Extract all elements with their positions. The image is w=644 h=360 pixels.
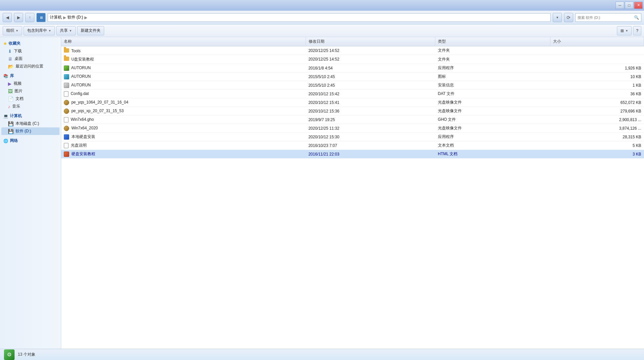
search-input[interactable]	[578, 16, 633, 20]
search-box[interactable]: 🔍	[575, 13, 641, 22]
close-button[interactable]: ✕	[634, 2, 643, 9]
file-name: 本地硬盘安装	[61, 133, 306, 141]
sidebar-item-downloads[interactable]: ⬇ 下载	[1, 47, 60, 55]
file-date: 2020/10/12 15:42	[306, 90, 435, 98]
favorites-header[interactable]: ★ 收藏夹	[1, 40, 60, 47]
computer-header[interactable]: 💻 计算机	[1, 112, 60, 120]
sidebar-item-video[interactable]: ▶ 视频	[1, 80, 60, 87]
sidebar-item-document[interactable]: 📄 文档	[1, 95, 60, 103]
column-header-type[interactable]: 类型	[435, 37, 550, 46]
table-row[interactable]: Tools 2020/12/25 14:52 文件夹	[61, 46, 644, 55]
view-arrow-icon: ▼	[625, 29, 628, 32]
share-label: 共享	[60, 28, 68, 33]
network-section: 🌐 网络	[1, 137, 60, 145]
file-name: AUTORUN	[61, 64, 306, 72]
file-name: pe_yqs_1064_20_07_31_16_04	[61, 98, 306, 107]
column-header-size[interactable]: 大小	[550, 37, 644, 46]
file-size: 36 KB	[550, 90, 644, 98]
back-button[interactable]: ◀	[3, 13, 12, 22]
include-in-lib-button[interactable]: 包含到库中 ▼	[23, 26, 55, 35]
file-date: 2020/10/12 15:41	[306, 98, 435, 107]
file-size: 10 KB	[550, 72, 644, 81]
sidebar-item-image[interactable]: 🖼 图片	[1, 87, 60, 95]
include-lib-arrow-icon: ▼	[48, 29, 51, 32]
file-size: 5 KB	[550, 141, 644, 150]
file-type: GHO 文件	[435, 115, 550, 124]
file-date: 2016/1/8 4:54	[306, 64, 435, 72]
table-row[interactable]: pe_yqs_1064_20_07_31_16_04 2020/10/12 15…	[61, 98, 644, 107]
sidebar-item-drive-d[interactable]: 💾 软件 (D:)	[1, 127, 60, 135]
file-size: 3 KB	[550, 150, 644, 158]
new-folder-button[interactable]: 新建文件夹	[77, 26, 104, 35]
table-row[interactable]: AUTORUN 2015/5/10 2:45 图标 10 KB	[61, 72, 644, 81]
column-header-date[interactable]: 修改日期	[306, 37, 435, 46]
file-area[interactable]: 名称 修改日期 类型 大小 Tools 2020/12/25 14:52 文件夹…	[61, 37, 644, 349]
table-row[interactable]: U盘安装教程 2020/12/25 14:52 文件夹	[61, 55, 644, 64]
maximize-button[interactable]: □	[625, 2, 633, 9]
doc-icon: 📄	[8, 96, 14, 102]
video-icon: ▶	[8, 81, 12, 86]
file-date: 2016/11/21 22:03	[306, 150, 435, 158]
sidebar: ★ 收藏夹 ⬇ 下载 🖥 桌面 📂 最近访问的位置 📚 库 ▶	[0, 37, 61, 349]
path-part-2: 软件 (D:)	[67, 15, 83, 20]
table-row[interactable]: pe_yqs_xp_20_07_31_15_53 2020/10/12 15:3…	[61, 107, 644, 115]
table-row[interactable]: 本地硬盘安装 2020/10/12 15:30 应用程序 28,315 KB	[61, 133, 644, 141]
dropdown-button[interactable]: ▼	[553, 13, 562, 22]
table-row[interactable]: 光盘说明 2016/10/23 7:07 文本文档 5 KB	[61, 141, 644, 150]
favorites-section: ★ 收藏夹 ⬇ 下载 🖥 桌面 📂 最近访问的位置	[1, 40, 60, 70]
forward-button[interactable]: ▶	[14, 13, 23, 22]
up-button[interactable]: ↑	[25, 13, 34, 22]
file-type: HTML 文档	[435, 150, 550, 158]
main-layout: ★ 收藏夹 ⬇ 下载 🖥 桌面 📂 最近访问的位置 📚 库 ▶	[0, 37, 644, 349]
star-icon: ★	[3, 41, 7, 46]
help-icon: ?	[636, 28, 638, 33]
library-icon: 📚	[3, 74, 8, 78]
column-header-name[interactable]: 名称	[61, 37, 306, 46]
file-size: 652,072 KB	[550, 98, 644, 107]
file-size: 1,926 KB	[550, 64, 644, 72]
file-size: 3,874,126 ...	[550, 124, 644, 133]
refresh-button[interactable]: ⟳	[564, 13, 573, 22]
search-icon: 🔍	[634, 15, 639, 20]
include-lib-label: 包含到库中	[27, 28, 47, 33]
file-type: 文件夹	[435, 46, 550, 55]
organize-label: 组织	[6, 28, 14, 33]
network-header[interactable]: 🌐 网络	[1, 137, 60, 145]
file-date: 2015/5/10 2:45	[306, 81, 435, 90]
sidebar-item-desktop[interactable]: 🖥 桌面	[1, 55, 60, 63]
share-button[interactable]: 共享 ▼	[56, 26, 76, 35]
file-name: 硬盘安装教程	[61, 150, 306, 158]
table-row[interactable]: AUTORUN 2015/5/10 2:45 安装信息 1 KB	[61, 81, 644, 90]
file-type: 光盘映像文件	[435, 107, 550, 115]
table-row[interactable]: AUTORUN 2016/1/8 4:54 应用程序 1,926 KB	[61, 64, 644, 72]
file-date: 2020/12/25 11:32	[306, 124, 435, 133]
table-row[interactable]: Win7x64_2020 2020/12/25 11:32 光盘映像文件 3,8…	[61, 124, 644, 133]
address-path[interactable]: 计算机 ▶ 软件 (D:) ▶	[48, 13, 551, 22]
help-button[interactable]: ?	[633, 26, 641, 35]
library-header[interactable]: 📚 库	[1, 72, 60, 80]
library-section: 📚 库 ▶ 视频 🖼 图片 📄 文档 ♪ 音乐	[1, 72, 60, 110]
sidebar-item-recent[interactable]: 📂 最近访问的位置	[1, 63, 60, 70]
minimize-button[interactable]: ─	[616, 2, 624, 9]
drive-d-icon: 💾	[8, 129, 14, 134]
status-bar: ⚙ 13 个对象	[0, 349, 644, 360]
file-size: 279,696 KB	[550, 107, 644, 115]
computer-section: 💻 计算机 💾 本地磁盘 (C:) 💾 软件 (D:)	[1, 112, 60, 135]
music-icon: ♪	[8, 104, 10, 109]
file-name: AUTORUN	[61, 72, 306, 81]
status-app-icon: ⚙	[4, 349, 15, 360]
file-name: U盘安装教程	[61, 55, 306, 64]
organize-button[interactable]: 组织 ▼	[3, 26, 22, 35]
file-type: 应用程序	[435, 64, 550, 72]
file-date: 2020/12/25 14:52	[306, 55, 435, 64]
sidebar-item-drive-c[interactable]: 💾 本地磁盘 (C:)	[1, 120, 60, 127]
table-row[interactable]: Win7x64.gho 2019/9/7 19:25 GHO 文件 2,900,…	[61, 115, 644, 124]
status-count: 13 个对象	[18, 352, 35, 357]
sidebar-item-music[interactable]: ♪ 音乐	[1, 103, 60, 110]
table-row[interactable]: Config.dat 2020/10/12 15:42 DAT 文件 36 KB	[61, 90, 644, 98]
table-row[interactable]: 硬盘安装教程 2016/11/21 22:03 HTML 文档 3 KB	[61, 150, 644, 158]
view-button[interactable]: ⊞ ▼	[617, 26, 632, 35]
file-name: Tools	[61, 46, 306, 55]
file-size	[550, 55, 644, 64]
path-part-1: 计算机	[50, 15, 62, 20]
